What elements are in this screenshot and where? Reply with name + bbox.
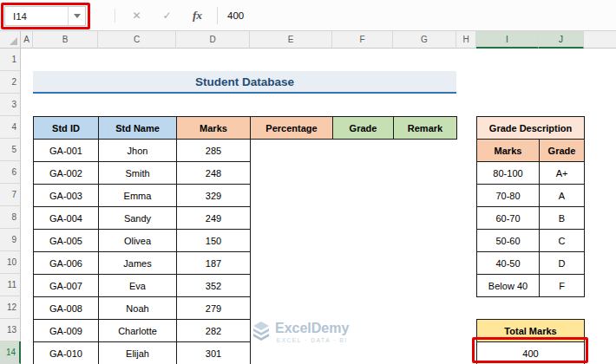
student-id-cell[interactable]: GA-004: [34, 207, 99, 230]
select-all-button[interactable]: [0, 31, 21, 49]
empty-cell[interactable]: [333, 185, 394, 207]
insert-function-icon[interactable]: fx: [182, 9, 213, 23]
student-name-cell[interactable]: Emma: [99, 185, 177, 207]
grade-range-cell[interactable]: 70-80: [477, 185, 540, 207]
empty-cell[interactable]: [394, 162, 457, 185]
enter-icon[interactable]: ✓: [152, 10, 182, 22]
student-table-header[interactable]: Grade: [333, 117, 394, 140]
grade-range-cell[interactable]: 50-60: [477, 230, 540, 252]
row-header[interactable]: 8: [0, 206, 21, 229]
student-name-cell[interactable]: Elijah: [99, 342, 177, 364]
empty-cell[interactable]: [394, 185, 457, 207]
total-marks-label-cell[interactable]: Total Marks: [477, 320, 585, 342]
student-table-header[interactable]: Percentage: [251, 117, 333, 140]
column-header[interactable]: G: [393, 31, 456, 49]
student-marks-cell[interactable]: 301: [177, 342, 251, 364]
empty-cell[interactable]: [251, 252, 333, 275]
student-marks-cell[interactable]: 352: [177, 275, 251, 297]
student-marks-cell[interactable]: 248: [177, 162, 251, 185]
student-marks-cell[interactable]: 282: [177, 320, 251, 342]
grade-range-cell[interactable]: 80-100: [477, 162, 540, 185]
column-header[interactable]: H: [456, 31, 476, 49]
column-header[interactable]: C: [98, 31, 176, 49]
empty-cell[interactable]: [394, 297, 457, 320]
grade-value-cell[interactable]: B: [540, 207, 585, 230]
name-box-dropdown-icon[interactable]: [69, 14, 85, 18]
student-table-header[interactable]: Marks: [177, 117, 251, 140]
grade-value-cell[interactable]: A+: [540, 162, 585, 185]
student-marks-cell[interactable]: 150: [177, 230, 251, 252]
grade-table-header[interactable]: Marks: [477, 140, 540, 162]
student-id-cell[interactable]: GA-006: [34, 252, 99, 275]
student-table-header[interactable]: Std ID: [34, 117, 99, 140]
grade-range-cell[interactable]: Below 40: [477, 275, 540, 297]
student-id-cell[interactable]: GA-003: [34, 185, 99, 207]
empty-cell[interactable]: [333, 252, 394, 275]
grade-value-cell[interactable]: A: [540, 185, 585, 207]
column-header[interactable]: A: [21, 31, 33, 49]
row-header[interactable]: 11: [0, 274, 21, 296]
column-header[interactable]: B: [33, 31, 98, 49]
student-name-cell[interactable]: Sandy: [99, 207, 177, 230]
title-cell[interactable]: Student Database: [33, 71, 456, 94]
student-id-cell[interactable]: GA-005: [34, 230, 99, 252]
row-header[interactable]: 5: [0, 139, 21, 161]
grade-value-cell[interactable]: F: [540, 275, 585, 297]
empty-cell[interactable]: [394, 320, 457, 342]
row-header[interactable]: 10: [0, 251, 21, 274]
grade-table-header[interactable]: Grade: [540, 140, 585, 162]
empty-cell[interactable]: [251, 162, 333, 185]
row-header[interactable]: 6: [0, 161, 21, 184]
student-marks-cell[interactable]: 249: [177, 207, 251, 230]
row-header[interactable]: 2: [0, 71, 21, 94]
row-header[interactable]: 12: [0, 296, 21, 319]
student-id-cell[interactable]: GA-009: [34, 320, 99, 342]
student-name-cell[interactable]: Charlotte: [99, 320, 177, 342]
empty-cell[interactable]: [333, 140, 394, 162]
empty-cell[interactable]: [251, 185, 333, 207]
empty-cell[interactable]: [251, 140, 333, 162]
empty-cell[interactable]: [394, 252, 457, 275]
grade-range-cell[interactable]: 40-50: [477, 252, 540, 275]
column-header-selected[interactable]: J: [539, 31, 584, 49]
column-header[interactable]: E: [250, 31, 332, 49]
grade-value-cell[interactable]: D: [540, 252, 585, 275]
empty-cell[interactable]: [394, 207, 457, 230]
name-box[interactable]: I14: [4, 6, 86, 26]
empty-cell[interactable]: [251, 207, 333, 230]
row-header[interactable]: 3: [0, 94, 21, 116]
row-header[interactable]: 13: [0, 319, 21, 341]
empty-cell[interactable]: [251, 320, 333, 342]
total-marks-value-cell[interactable]: 400: [477, 342, 585, 364]
student-marks-cell[interactable]: 329: [177, 185, 251, 207]
row-header[interactable]: 4: [0, 116, 21, 139]
student-id-cell[interactable]: GA-010: [34, 342, 99, 364]
student-marks-cell[interactable]: 187: [177, 252, 251, 275]
empty-cell[interactable]: [333, 207, 394, 230]
grade-table-title[interactable]: Grade Description: [477, 117, 585, 140]
grade-range-cell[interactable]: 60-70: [477, 207, 540, 230]
empty-cell[interactable]: [394, 275, 457, 297]
student-name-cell[interactable]: James: [99, 252, 177, 275]
empty-cell[interactable]: [251, 297, 333, 320]
empty-cell[interactable]: [394, 140, 457, 162]
cancel-icon[interactable]: ✕: [121, 10, 152, 22]
row-header[interactable]: 1: [0, 49, 21, 71]
empty-cell[interactable]: [394, 342, 457, 364]
student-id-cell[interactable]: GA-001: [34, 140, 99, 162]
student-table-header[interactable]: Std Name: [99, 117, 177, 140]
student-id-cell[interactable]: GA-002: [34, 162, 99, 185]
empty-cell[interactable]: [333, 342, 394, 364]
empty-cell[interactable]: [333, 297, 394, 320]
student-marks-cell[interactable]: 285: [177, 140, 251, 162]
student-id-cell[interactable]: GA-007: [34, 275, 99, 297]
row-header[interactable]: 9: [0, 229, 21, 251]
empty-cell[interactable]: [333, 230, 394, 252]
empty-cell[interactable]: [333, 162, 394, 185]
column-header-selected[interactable]: I: [476, 31, 539, 49]
student-marks-cell[interactable]: 279: [177, 297, 251, 320]
student-name-cell[interactable]: Jhon: [99, 140, 177, 162]
student-name-cell[interactable]: Smith: [99, 162, 177, 185]
student-name-cell[interactable]: Olivea: [99, 230, 177, 252]
empty-cell[interactable]: [394, 230, 457, 252]
